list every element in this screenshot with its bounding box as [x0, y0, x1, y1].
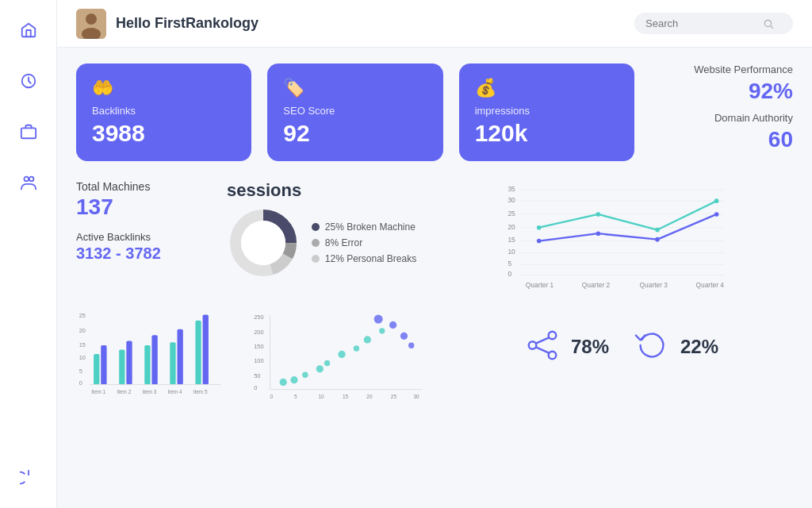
scatter-chart-panel: 250 200 150 100 50 0	[251, 310, 433, 409]
svg-point-75	[316, 365, 324, 372]
refresh-metric: 22%	[633, 326, 718, 368]
sidebar-item-users[interactable]	[14, 168, 43, 197]
svg-point-80	[379, 328, 385, 333]
svg-rect-53	[151, 335, 157, 384]
svg-text:0: 0	[254, 384, 257, 391]
backlinks-icon: 🤲	[92, 78, 236, 98]
search-icon	[763, 18, 774, 29]
svg-point-74	[302, 372, 308, 378]
svg-text:20: 20	[79, 327, 86, 334]
line-chart-panel: 35 30 25 20 15 10 5 0	[433, 180, 793, 294]
donut-chart	[228, 207, 299, 279]
total-machines-value: 137	[76, 194, 211, 220]
impressions-label: impressions	[475, 105, 619, 117]
stats-row: 🤲 Backlinks 3988 🏷️ SEO Score 92 💰 impre…	[76, 64, 793, 161]
sidebar-item-briefcase[interactable]	[14, 117, 43, 146]
sidebar-item-power[interactable]	[14, 464, 43, 492]
legend-dot-personal	[312, 255, 320, 263]
website-perf-value: 92%	[749, 79, 793, 104]
backlinks-value: 3988	[92, 120, 236, 147]
svg-point-30	[537, 225, 542, 230]
legend-dot-error	[312, 239, 320, 247]
svg-point-32	[655, 228, 660, 233]
svg-text:10: 10	[318, 394, 324, 399]
header-left: Hello FirstRankology	[76, 9, 259, 39]
svg-rect-57	[203, 315, 209, 385]
active-backlinks-value: 3132 - 3782	[76, 244, 211, 263]
svg-point-7	[764, 20, 771, 26]
svg-point-84	[408, 343, 414, 348]
sidebar-item-home[interactable]	[14, 16, 43, 44]
svg-point-31	[596, 212, 601, 217]
avatar	[76, 9, 106, 39]
sidebar-item-dashboard[interactable]	[14, 67, 43, 95]
sidebar	[0, 0, 57, 508]
svg-point-5	[86, 13, 97, 25]
backlinks-card: 🤲 Backlinks 3988	[76, 64, 251, 161]
svg-rect-54	[170, 342, 175, 384]
scatter-chart: 250 200 150 100 50 0	[251, 310, 433, 406]
svg-text:0: 0	[79, 379, 82, 387]
svg-text:0: 0	[508, 270, 511, 278]
svg-rect-51	[126, 341, 132, 385]
impressions-value: 120k	[475, 120, 619, 147]
svg-point-33	[714, 198, 719, 203]
search-input[interactable]	[645, 17, 756, 29]
svg-rect-50	[119, 350, 124, 385]
bottom-row: 25 20 15 10 5 0	[76, 310, 793, 409]
domain-authority-label: Domain Authority	[714, 112, 793, 124]
svg-point-82	[389, 321, 396, 329]
svg-point-72	[280, 379, 287, 386]
seo-label: SEO Score	[283, 105, 427, 117]
impressions-icon: 💰	[475, 78, 619, 98]
legend-label-error: 8% Error	[325, 237, 362, 248]
svg-rect-48	[94, 354, 99, 385]
search-bar[interactable]	[634, 13, 793, 34]
svg-text:Item 3: Item 3	[143, 389, 157, 394]
svg-point-36	[655, 237, 660, 242]
line-chart: 35 30 25 20 15 10 5 0	[433, 180, 793, 291]
svg-text:25: 25	[79, 312, 86, 319]
svg-point-76	[324, 360, 330, 366]
svg-point-79	[364, 336, 371, 343]
svg-text:100: 100	[254, 357, 263, 364]
svg-rect-49	[101, 345, 106, 385]
svg-text:20: 20	[508, 223, 515, 231]
legend-dot-broken	[312, 223, 320, 231]
svg-text:Quarter 1: Quarter 1	[526, 281, 554, 289]
active-backlinks-label: Active Backlinks	[76, 231, 211, 243]
seo-icon: 🏷️	[283, 78, 427, 98]
legend-item-error: 8% Error	[312, 237, 416, 248]
svg-point-93	[549, 352, 557, 360]
svg-point-73	[290, 376, 297, 383]
legend-label-broken: 25% Broken Machine	[325, 221, 416, 233]
machines-panel: Total Machines 137 Active Backlinks 3132…	[76, 180, 211, 263]
svg-point-92	[549, 332, 557, 340]
website-performance-panel: Website Performance 92% Domain Authority…	[650, 64, 793, 152]
svg-point-83	[400, 333, 408, 340]
svg-line-8	[771, 25, 773, 28]
svg-text:25: 25	[508, 210, 515, 217]
svg-point-13	[241, 221, 285, 265]
seo-value: 92	[283, 120, 427, 147]
sessions-body: 25% Broken Machine 8% Error 12% Personal…	[228, 207, 416, 279]
svg-text:250: 250	[254, 314, 263, 321]
svg-text:Quarter 4: Quarter 4	[696, 281, 725, 289]
svg-text:50: 50	[254, 372, 260, 379]
svg-text:10: 10	[79, 354, 86, 361]
svg-point-78	[354, 345, 359, 351]
legend-item-personal: 12% Personal Breaks	[312, 253, 416, 264]
svg-point-2	[24, 177, 29, 182]
domain-authority-value: 60	[768, 127, 793, 152]
svg-text:30: 30	[413, 394, 419, 399]
svg-line-95	[536, 337, 549, 343]
svg-text:5: 5	[508, 260, 511, 267]
svg-point-35	[596, 231, 601, 236]
svg-rect-1	[21, 128, 35, 138]
share-metric-value: 78%	[571, 336, 609, 358]
svg-rect-52	[144, 345, 150, 385]
right-metrics: 78% 22%	[449, 310, 793, 383]
svg-text:30: 30	[508, 196, 515, 204]
svg-rect-56	[195, 321, 201, 385]
svg-point-34	[537, 239, 542, 244]
